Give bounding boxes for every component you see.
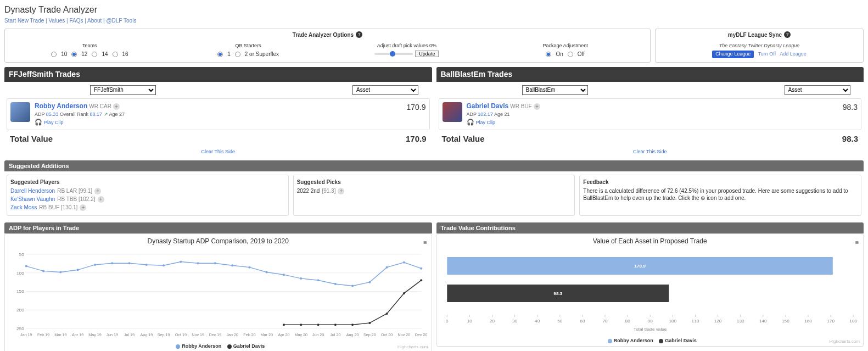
svg-text:98.3: 98.3 [553,291,562,296]
team-b-select[interactable]: BallBlastEm [522,85,588,95]
nav-start[interactable]: Start New Trade [4,18,44,24]
svg-point-49 [283,274,285,276]
teams-label: Teams [10,43,169,49]
add-icon[interactable]: + [98,196,104,203]
nav-dlf[interactable]: @DLF Tools [106,18,136,24]
clear-side-a-link[interactable]: Clear This Side [201,149,235,154]
add-icon[interactable]: + [80,204,86,211]
svg-text:170.9: 170.9 [634,264,646,269]
svg-text:Aug 19: Aug 19 [140,333,153,337]
asset-a-select[interactable]: Asset [352,85,418,95]
svg-text:0: 0 [445,319,448,324]
player-name-link[interactable]: Gabriel Davis [467,102,509,110]
svg-point-43 [180,261,182,263]
turn-off-link[interactable]: Turn Off [758,51,776,57]
nav-values[interactable]: Values [48,18,65,24]
svg-point-50 [300,277,302,280]
svg-text:Dec 20: Dec 20 [415,333,427,337]
contrib-chart: ≡ Value of Each Asset in Proposed Trade … [436,233,864,346]
adp-chart: ≡ Dynasty Startup ADP Comparison, 2019 t… [4,233,432,351]
svg-point-44 [197,262,199,264]
add-league-link[interactable]: Add League [780,51,807,57]
contrib-header: Trade Value Contributions [436,222,864,233]
svg-text:170: 170 [827,319,835,324]
svg-point-57 [420,268,422,270]
nav-faqs[interactable]: FAQs [69,18,83,24]
svg-text:Apr 20: Apr 20 [278,333,289,337]
svg-point-64 [386,313,388,315]
trend-up-icon: ↗ [104,112,108,117]
total-value: 170.9 [406,133,427,144]
svg-point-58 [283,324,285,326]
pkg-radio-off[interactable] [568,52,573,57]
svg-text:40: 40 [535,319,540,324]
change-league-button[interactable]: Change League [712,51,754,58]
player-name-link[interactable]: Robby Anderson [35,102,87,110]
sug-player-link[interactable]: Zack Moss [10,204,37,211]
svg-point-59 [300,324,302,326]
help-icon[interactable]: ? [784,31,791,38]
sug-player-link[interactable]: Darrell Henderson [10,187,55,194]
team-a-select[interactable]: FFJeffSmith [90,85,156,95]
play-clip-link[interactable]: Play Clip [44,120,64,125]
svg-point-42 [163,264,165,266]
teams-radio-14[interactable] [92,52,97,57]
total-label: Total Value [10,133,53,144]
suggested-header: Suggested Additions [4,160,864,171]
breadcrumb: Start New Trade | Values | FAQs | About … [4,17,864,24]
play-clip-link[interactable]: Play Clip [476,120,496,125]
add-icon[interactable]: + [113,103,120,110]
teams-radio-12[interactable] [71,52,77,57]
contrib-chart-title: Value of Each Asset in Proposed Trade [437,234,864,249]
svg-point-53 [351,285,354,287]
pkg-radio-on[interactable] [546,52,551,57]
svg-text:90: 90 [647,319,653,324]
menu-icon[interactable]: ≡ [855,238,859,246]
qb-radio-2[interactable] [235,52,240,57]
svg-text:100: 100 [669,319,676,324]
player-pos: WR BUF [510,103,531,109]
options-panel: Trade Analyzer Options ? Teams 10 12 14 … [4,29,651,63]
svg-point-61 [334,324,337,326]
teams-radio-16[interactable] [113,52,118,57]
svg-point-62 [351,324,354,326]
credit: Highcharts.com [829,339,860,344]
add-icon[interactable]: + [338,188,344,194]
add-icon[interactable]: + [534,103,540,110]
svg-point-45 [214,262,216,264]
svg-point-63 [368,322,371,324]
avatar [443,102,462,122]
menu-icon[interactable]: ≡ [423,238,427,246]
svg-text:Jan 20: Jan 20 [226,333,238,337]
player-card: Gabriel Davis WR BUF + ADP 102.17 Age 21… [439,98,862,130]
sug-player-link[interactable]: Ke'Shawn Vaughn [10,196,55,203]
svg-text:110: 110 [691,319,699,324]
svg-text:Jun 19: Jun 19 [106,333,118,337]
clear-side-b-link[interactable]: Clear This Side [633,149,667,154]
help-icon[interactable]: ? [356,31,362,38]
svg-point-60 [317,324,320,326]
svg-text:Nov 19: Nov 19 [192,333,204,337]
feedback-text: There is a calculated difference of 72.6… [583,187,858,202]
nav-about[interactable]: About [87,18,102,24]
update-button[interactable]: Update [415,51,439,57]
league-name: The Fantasy Twitter Dynasty League [659,43,860,49]
svg-point-56 [403,261,405,264]
svg-text:Mar 19: Mar 19 [54,333,66,337]
feedback-h: Feedback [583,179,858,186]
adp-chart-title: Dynasty Startup ADP Comparison, 2019 to … [5,234,432,249]
svg-text:Total trade value: Total trade value [634,327,667,332]
svg-text:Feb 19: Feb 19 [37,333,49,337]
teams-radio-10[interactable] [51,52,57,57]
asset-b-select[interactable]: Asset [785,85,850,95]
svg-text:Sep 20: Sep 20 [363,333,376,337]
svg-point-35 [42,270,44,272]
svg-text:150: 150 [16,289,24,294]
svg-point-36 [59,271,61,273]
svg-point-34 [25,265,27,268]
svg-text:May 20: May 20 [295,333,308,337]
qb-radio-1[interactable] [217,52,223,57]
slider[interactable] [374,53,413,55]
add-icon[interactable]: + [94,188,101,194]
svg-point-55 [386,266,388,269]
